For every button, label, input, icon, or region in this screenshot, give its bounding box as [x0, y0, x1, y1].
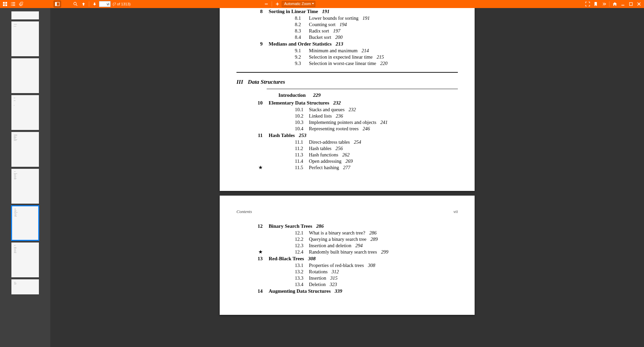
- svg-rect-7: [12, 4, 15, 4]
- chapter-title: Hash Tables: [269, 133, 295, 138]
- page-number-input[interactable]: [99, 1, 111, 7]
- part-title: Data Structures: [248, 79, 285, 85]
- section-page: 323: [330, 282, 337, 287]
- section-title: Selection in worst-case linear time: [309, 61, 376, 66]
- section-number: 10.4: [295, 126, 309, 132]
- page-thumbnail[interactable]: ━━━━━━━━━━━━ ━━━: [11, 21, 39, 56]
- intro-title: Introduction: [278, 92, 306, 98]
- section-title: Open addressing: [309, 158, 341, 164]
- outline-toggle-icon[interactable]: [9, 1, 17, 7]
- section-page: 256: [335, 146, 343, 151]
- attachments-icon[interactable]: [17, 1, 25, 7]
- chapter-number: 14: [253, 288, 269, 294]
- section-number: 9.2: [295, 54, 309, 60]
- section-title: Rotations: [309, 269, 328, 275]
- zoom-select[interactable]: Automatic Zoom: [282, 1, 315, 7]
- zoom-out-icon[interactable]: [263, 1, 270, 7]
- chapter-title: Augmenting Data Structures: [269, 288, 331, 294]
- page-thumbnail[interactable]: ━━━━ ━━━━ ━━━━━━ ━━━━━━━━━━━━━━ ━━━━━ ━━…: [11, 206, 39, 240]
- svg-point-12: [74, 2, 76, 5]
- svg-rect-6: [11, 4, 12, 4]
- page-thumbnail[interactable]: [11, 58, 39, 93]
- section-page: 236: [336, 113, 343, 119]
- chapter-number: 8: [253, 9, 269, 14]
- section-number: 9.3: [295, 61, 309, 66]
- page-down-icon[interactable]: [91, 1, 98, 7]
- section-number: 11.4: [295, 158, 309, 164]
- svg-rect-2: [3, 4, 5, 6]
- section-page: 215: [377, 54, 384, 60]
- document-page: 8Sorting in Linear Time1918.1Lower bound…: [220, 8, 475, 191]
- chapter-title: Binary Search Trees: [269, 223, 312, 229]
- section-number: 8.2: [295, 22, 309, 27]
- section-title: Lower bounds for sorting: [309, 15, 359, 21]
- chapter-number: 11: [253, 133, 269, 138]
- thumbnails-toggle-icon[interactable]: [1, 1, 9, 7]
- chapter-page: 232: [333, 100, 341, 106]
- search-icon[interactable]: [72, 1, 79, 7]
- document-viewer[interactable]: 8Sorting in Linear Time1918.1Lower bound…: [50, 8, 644, 347]
- section-page: 194: [339, 22, 347, 27]
- close-icon[interactable]: [635, 1, 643, 7]
- section-number: 11.5: [295, 165, 309, 170]
- svg-rect-18: [630, 3, 633, 6]
- section-page: 191: [363, 15, 370, 21]
- section-title: What is a binary search tree?: [309, 230, 365, 236]
- svg-rect-14: [265, 4, 268, 4]
- section-number: 10.1: [295, 107, 309, 113]
- section-title: Minimum and maximum: [309, 48, 358, 54]
- section-title: Randomly built binary search trees: [309, 249, 377, 255]
- maximize-icon[interactable]: [627, 1, 635, 7]
- sidebar-toggle-icon[interactable]: [54, 1, 61, 7]
- section-number: 13.4: [295, 282, 309, 287]
- section-number: 13.2: [295, 269, 309, 275]
- page-thumbnail[interactable]: [11, 11, 39, 19]
- page-thumbnail[interactable]: ━━━━━━━━━━━━━━ ━━━━━ ━━━━━ ━━━━━━ ━━━━━ …: [11, 169, 39, 204]
- page-up-icon[interactable]: [80, 1, 87, 7]
- section-number: 11.3: [295, 152, 309, 158]
- svg-rect-17: [622, 5, 625, 6]
- minimize-icon[interactable]: [619, 1, 627, 7]
- section-number: 8.4: [295, 34, 309, 40]
- home-icon[interactable]: [611, 1, 619, 7]
- section-page: 220: [380, 61, 388, 66]
- page-header-right: vii: [453, 209, 458, 214]
- section-title: Querying a binary search tree: [309, 236, 367, 242]
- svg-rect-1: [5, 2, 7, 4]
- chapter-page: 308: [308, 256, 316, 262]
- thumbnail-sidebar[interactable]: ━━━━━━━━━━━━ ━━━ ━━━━━━━━━━━ ━━━━━━━━━━━…: [0, 8, 50, 347]
- page-thumbnail[interactable]: ━━━━━━━━━━━━━━━━━━━━━━━━━━━━━━━━━━━━━━━━…: [11, 132, 39, 167]
- section-page: 289: [371, 236, 378, 242]
- page-thumbnail[interactable]: ━━━━ ━━━━━━ ━━━━━━━ ━━━━━ ━━━━━ ━━━━━━ ━…: [11, 242, 39, 277]
- section-page: 312: [332, 269, 339, 275]
- tools-icon[interactable]: [600, 1, 607, 7]
- chapter-page: 253: [299, 133, 307, 138]
- section-title: Stacks and queues: [309, 107, 344, 113]
- section-title: Direct-address tables: [309, 139, 350, 145]
- svg-rect-0: [3, 2, 5, 4]
- section-page: 269: [345, 158, 353, 164]
- section-title: Deletion: [309, 282, 326, 287]
- chapter-number: 9: [253, 41, 269, 47]
- section-number: 10.2: [295, 113, 309, 119]
- section-title: Hash tables: [309, 146, 331, 151]
- section-number: 9.1: [295, 48, 309, 54]
- bookmark-icon[interactable]: [592, 1, 599, 7]
- section-page: 294: [355, 243, 363, 249]
- section-number: 13.1: [295, 263, 309, 268]
- zoom-in-icon[interactable]: [274, 1, 281, 7]
- page-thumbnail[interactable]: ━━━━ ━━━━━━━ ━━━━━━: [11, 279, 39, 294]
- chapter-page: 339: [335, 288, 342, 294]
- section-page: 308: [368, 263, 375, 268]
- section-title: Hash functions: [309, 152, 338, 158]
- section-title: Linked lists: [309, 113, 332, 119]
- svg-rect-11: [55, 2, 57, 6]
- svg-rect-3: [5, 4, 7, 6]
- chapter-title: Elementary Data Structures: [269, 100, 329, 106]
- fullscreen-icon[interactable]: [584, 1, 591, 7]
- document-page: Contentsvii12Binary Search Trees28612.1W…: [220, 196, 475, 315]
- page-thumbnail[interactable]: ━━━━━━━━━━━: [11, 95, 39, 130]
- section-page: 200: [335, 34, 342, 40]
- chapter-title: Sorting in Linear Time: [269, 9, 318, 14]
- chapter-page: 213: [336, 41, 343, 47]
